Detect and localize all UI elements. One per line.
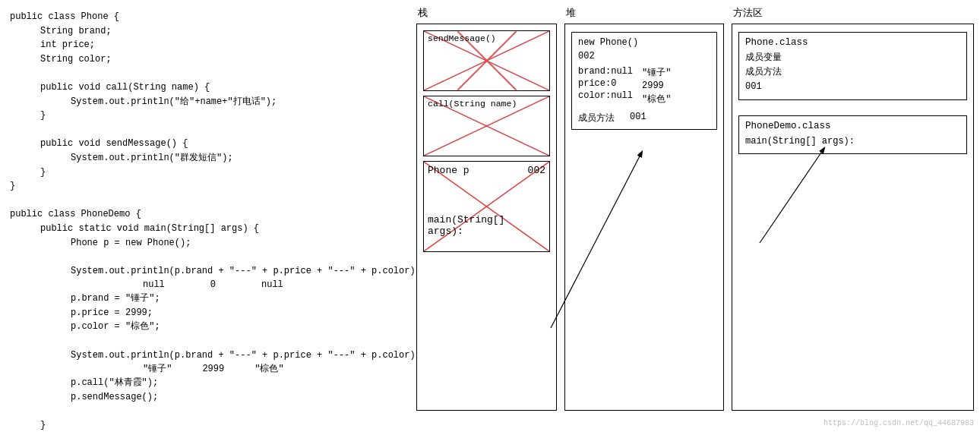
heap-border: new Phone() 002 brand:null price:0 color… [564,24,724,411]
phonedemo-class-content: main(String[] args): [745,134,960,149]
val-color: "棕色" [642,93,671,106]
null-val-3: null [261,278,283,292]
str-val-1: "锤子" [143,362,172,376]
call-label: call(String name) [424,96,549,111]
sendmessage-label: sendMessage() [424,31,549,46]
stack-frame-call: call(String name) [423,96,550,156]
code-line-10: public void sendMessage() { [10,137,405,151]
null-values-row: null 0 null [10,278,405,292]
heap-new-phone: new Phone() [578,37,710,48]
string-values-row: "锤子" 2999 "棕色" [10,362,405,376]
code-line-21: p.brand = "锤子"; [10,292,405,306]
str-val-3: "棕色" [254,362,283,376]
watermark: https://blog.csdn.net/qq_44687983 [824,419,974,427]
code-line-25: System.out.println(p.brand + "---" + p.p… [10,348,405,363]
code-line-16: public static void main(String[] args) { [10,222,405,236]
val-brand: "锤子" [642,66,671,79]
field-brand: brand:null [578,66,633,77]
field-color: color:null [578,90,633,101]
phonedemo-class-box: PhoneDemo.class main(String[] args): [738,115,967,154]
phone-p-addr: 002 [528,165,545,176]
heap-field-values: "锤子" 2999 "棕色" [642,66,671,106]
null-val-1: null [143,278,165,292]
phone-class-content: 成员变量 成员方法 001 [745,51,960,95]
phone-class-member-vars: 成员变量 [745,51,960,65]
val-price: 2999 [642,80,671,91]
heap-phone-object: new Phone() 002 brand:null price:0 color… [571,32,717,130]
phone-class-title: Phone.class [745,37,960,48]
code-line-17: Phone p = new Phone(); [10,236,405,251]
main-container: public class Phone { String brand; int p… [0,0,980,432]
code-line-3: int price; [10,38,405,52]
heap-title: 堆 [564,6,724,20]
code-line-19: System.out.println(p.brand + "---" + p.p… [10,264,405,279]
code-line-13: } [10,179,405,194]
code-line-27: p.call("林青霞"); [10,376,405,390]
heap-method-addr: 001 [630,112,646,125]
heap-method-label: 成员方法 [578,112,615,125]
stack-border: sendMessage() call(String name) [416,24,557,411]
phonedemo-main-method: main(String[] args): [745,134,960,149]
main-frame-bottom-label: main(String[] args): [428,214,545,237]
code-line-28: p.sendMessage(); [10,390,405,405]
code-line-29 [10,404,405,418]
code-line-6: public void call(String name) { [10,80,405,95]
phone-class-addr: 001 [745,80,960,94]
code-line-23: p.color = "棕色"; [10,320,405,334]
code-line-8: } [10,109,405,123]
code-line-5 [10,66,405,80]
field-price: price:0 [578,78,633,89]
code-line-2: String brand; [10,24,405,39]
code-line-30: } [10,418,405,432]
method-area-title: 方法区 [732,6,974,20]
code-line-18 [10,250,405,264]
heap-method-row: 成员方法 001 [578,112,710,125]
stack-frame-sendmessage: sendMessage() [423,30,550,91]
method-area-panel: 方法区 Phone.class 成员变量 成员方法 001 PhoneDemo.… [732,6,974,426]
phone-p-label: Phone p [428,165,469,176]
heap-panel: 堆 new Phone() 002 brand:null price:0 col… [564,6,724,426]
code-line-11: System.out.println("群发短信"); [10,151,405,166]
str-val-2: 2999 [202,362,224,376]
code-line-9 [10,123,405,137]
stack-frame-main: Phone p 002 main(String[] args): [423,161,550,252]
code-line-12: } [10,166,405,180]
stack-title: 栈 [416,6,557,20]
phone-class-member-methods: 成员方法 [745,65,960,80]
phonedemo-class-title: PhoneDemo.class [745,121,960,131]
method-area-border: Phone.class 成员变量 成员方法 001 PhoneDemo.clas… [732,24,974,411]
heap-field-names: brand:null price:0 color:null [578,66,633,106]
phone-class-box: Phone.class 成员变量 成员方法 001 [738,32,967,100]
code-line-15: public class PhoneDemo { [10,207,405,222]
main-frame-top: Phone p 002 [428,165,545,176]
code-line-7: System.out.println("给"+name+"打电话"); [10,95,405,109]
heap-addr: 002 [578,51,710,61]
code-line-24 [10,334,405,348]
code-line-14 [10,194,405,208]
code-line-4: String color; [10,52,405,67]
code-panel: public class Phone { String brand; int p… [6,6,409,426]
null-val-2: 0 [210,278,216,292]
main-frame-content: Phone p 002 main(String[] args): [424,162,549,240]
stack-panel: 栈 sendMessage() [416,6,557,426]
code-line-1: public class Phone { [10,10,405,24]
heap-fields-container: brand:null price:0 color:null "锤子" 2999 … [578,66,710,106]
code-line-22: p.price = 2999; [10,306,405,320]
